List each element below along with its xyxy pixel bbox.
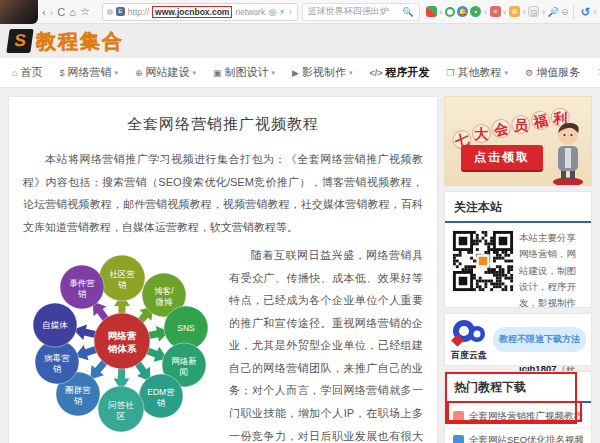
- vip-benefits-banner[interactable]: 七大会员福利 点击领取: [444, 96, 592, 186]
- home-button[interactable]: ⌂: [69, 6, 76, 18]
- diagram-node-label: 网络新: [171, 356, 197, 366]
- url-suffix: network: [235, 7, 265, 17]
- forward-button[interactable]: ›: [50, 6, 54, 18]
- diagram-center-node: [94, 313, 150, 369]
- caret-icon[interactable]: ∨: [541, 8, 545, 15]
- page-body: 全套网络营销推广视频教程 本站将网络营销推广学习视频进行集合打包为：《全套网络营…: [0, 88, 600, 443]
- nav-icon: ❐: [447, 68, 455, 78]
- reader-icon[interactable]: ≡: [490, 6, 501, 17]
- search-hotword[interactable]: 篮球世界杯四强出炉: [308, 5, 389, 18]
- nav-item-0[interactable]: ⌂首页: [12, 65, 42, 80]
- nav-item-5[interactable]: </>程序开发: [370, 65, 430, 80]
- translate-icon[interactable]: •: [470, 6, 481, 17]
- nav-label: 网络营销: [67, 65, 111, 80]
- chevron-down-icon: ▾: [349, 69, 353, 77]
- hot-downloads-list: 全套网络营销推广视频教程全套网站SEO优化排名视频教程全套Dw+html+div…: [445, 403, 591, 443]
- url-domain-highlighted[interactable]: www.jocnbox.com: [152, 6, 232, 18]
- page-title: 全套网络营销推广视频教程: [23, 115, 423, 134]
- nav-item-1[interactable]: $网络营销▾: [59, 65, 118, 80]
- user-avatar[interactable]: [0, 0, 38, 24]
- hot-downloads-card: 热门教程下载 全套网络营销推广视频教程全套网站SEO优化排名视频教程全套Dw+h…: [444, 371, 592, 443]
- chevron-down-icon: ▾: [272, 69, 276, 77]
- bell-icon[interactable]: 🔔: [457, 6, 468, 17]
- article-card: 全套网络营销推广视频教程 本站将网络营销推广学习视频进行集合打包为：《全套网络营…: [8, 96, 438, 443]
- nav-label: 影视制作: [302, 65, 346, 80]
- baidu-pan-logo: 百度云盘: [450, 317, 488, 362]
- site-info-icon[interactable]: [107, 9, 113, 15]
- address-bar[interactable]: E http:// www.jocnbox.com network ◎ ⚡ ∨: [102, 3, 298, 21]
- site-header: S 教程集合: [0, 24, 600, 58]
- caret-icon[interactable]: ∨: [522, 8, 526, 15]
- nav-icon: </>: [370, 68, 383, 78]
- nav-item-2[interactable]: ⊕网站建设▾: [135, 65, 196, 80]
- extension-area: ∨ 🔔 • ∨ ≡ ∨ ≣ ∨ ◲ ∨ 🔎 ⊖ ↺ ∨: [426, 5, 597, 19]
- download-item-icon: [453, 411, 464, 422]
- nav-label: 增值服务: [536, 65, 580, 80]
- caret-icon[interactable]: ∨: [439, 8, 443, 15]
- caret-icon[interactable]: ∨: [483, 8, 487, 15]
- claim-button[interactable]: 点击领取: [461, 145, 543, 170]
- nav-icon: ⌂: [12, 68, 17, 78]
- nav-label: 首页: [20, 65, 42, 80]
- chevron-down-icon: ▾: [193, 69, 197, 77]
- site-logo-icon[interactable]: S: [6, 29, 33, 53]
- reload-button[interactable]: C: [57, 6, 65, 18]
- nav-icon: ▶: [292, 68, 299, 78]
- page-favicon: E: [116, 7, 125, 16]
- divider: [573, 5, 574, 19]
- wechat-qr-code: [452, 230, 514, 292]
- bookmark-star-button[interactable]: ☆: [80, 5, 90, 18]
- restore-tab-icon[interactable]: ↺: [581, 5, 591, 19]
- nav-item-6[interactable]: ❐其他教程▾: [447, 65, 509, 80]
- nav-item-3[interactable]: ▣制图设计▾: [213, 65, 275, 80]
- diagram-node-label: 区: [117, 411, 126, 421]
- diagram-node-label: 微博: [156, 297, 174, 307]
- nav-label: 制图设计: [225, 65, 269, 80]
- hot-download-item-0[interactable]: 全套网络营销推广视频教程: [445, 405, 591, 429]
- diagram-node-label: 问答社: [108, 400, 134, 410]
- diagram-node-label: 闻: [180, 367, 189, 377]
- download-item-label: 全套网络营销推广视频教程: [469, 410, 583, 423]
- notes-icon[interactable]: ≣: [509, 6, 520, 17]
- diagram-center-label: 销体系: [107, 343, 137, 354]
- nav-item-7[interactable]: ⚙增值服务: [525, 65, 580, 80]
- diagram-node-label: 社区营: [109, 269, 135, 279]
- site-nav: ⌂首页$网络营销▾⊕网站建设▾▣制图设计▾▶影视制作▾</>程序开发❐其他教程▾…: [0, 58, 600, 88]
- refresh-icon[interactable]: ◎: [268, 7, 276, 17]
- follow-card: 关注本站 本站主要分享网络营销，网站建设，制图设计，程序开发，影视制作等领域的学…: [444, 191, 592, 308]
- download-item-label: 全套网站SEO优化排名视频教程: [469, 434, 583, 443]
- extensions-grid-icon[interactable]: [426, 6, 437, 17]
- paragraph-intro: 本站将网络营销推广学习视频进行集合打包为：《全套网络营销推广视频教程》内容包括：…: [23, 148, 423, 238]
- diagram-node-label: EDM营: [147, 387, 175, 397]
- hot-download-item-1[interactable]: 全套网站SEO优化排名视频教程: [445, 429, 591, 443]
- caret-icon[interactable]: ∨: [593, 8, 597, 15]
- baidu-pan-promo[interactable]: 百度云盘 教程不限速下载方法: [444, 313, 592, 366]
- cloud-icon: [450, 317, 488, 347]
- diagram-node-label: 销: [157, 398, 166, 408]
- caret-icon[interactable]: ∨: [503, 8, 507, 15]
- diagram-node-label: 销: [74, 396, 83, 406]
- download-item-icon: [453, 435, 464, 443]
- back-button[interactable]: ‹: [42, 6, 46, 18]
- nav-item-4[interactable]: ▶影视制作▾: [292, 65, 352, 80]
- banner-title-char: 员: [511, 115, 530, 134]
- marketing-system-diagram: 社区营销博客/微博SNS网络新闻EDM营销问答社区圈群营销病毒营销自媒体事件营销…: [25, 248, 221, 434]
- cartoon-mascot: [547, 121, 589, 186]
- url-scheme: http://: [128, 7, 149, 17]
- url-dropdown-icon[interactable]: ∨: [288, 8, 292, 15]
- screenshot-icon[interactable]: ◲: [528, 6, 539, 17]
- search-icon[interactable]: 🔍: [403, 7, 414, 17]
- diagram-node-label: 自媒体: [42, 320, 68, 330]
- diagram-node-label: 销: [53, 364, 62, 374]
- adblock-ring-icon[interactable]: [445, 7, 455, 17]
- diagram-node-label: 病毒营: [44, 353, 70, 363]
- site-logo-text[interactable]: 教程集合: [36, 28, 124, 55]
- sidebar: 七大会员福利 点击领取 关注本站 本站主要分享网络营销，网站建设，制图: [444, 96, 592, 443]
- chevron-down-icon: ▾: [114, 69, 118, 77]
- browser-search-input[interactable]: 篮球世界杯四强出炉 🔍: [302, 3, 420, 21]
- zoom-in-icon[interactable]: 🔎: [548, 7, 559, 17]
- download-method-bubble[interactable]: 教程不限速下载方法: [493, 327, 586, 352]
- diagram-node-label: SNS: [177, 323, 195, 333]
- zoom-out-icon[interactable]: ⊖: [561, 7, 569, 17]
- lightning-icon[interactable]: ⚡: [279, 7, 285, 17]
